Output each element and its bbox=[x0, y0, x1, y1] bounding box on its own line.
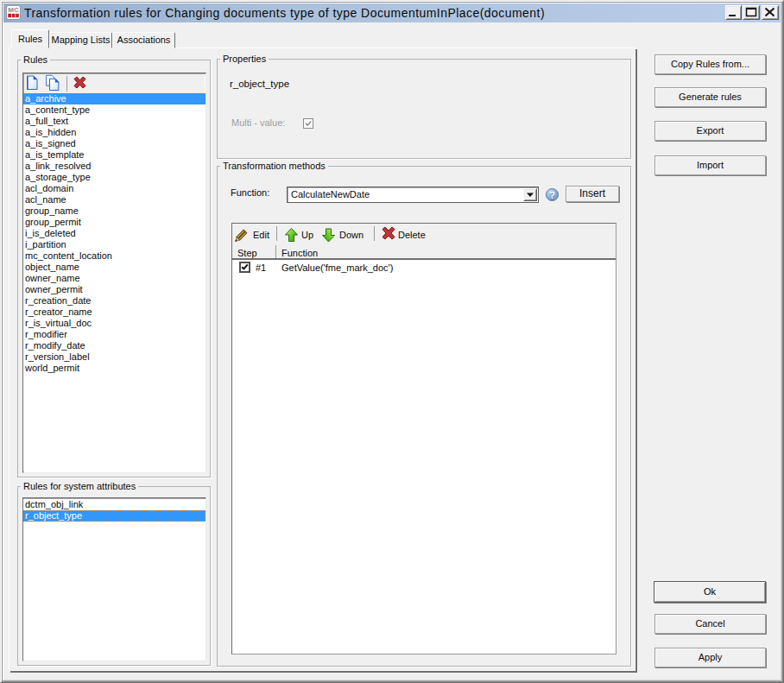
svg-text:MC: MC bbox=[8, 6, 19, 14]
